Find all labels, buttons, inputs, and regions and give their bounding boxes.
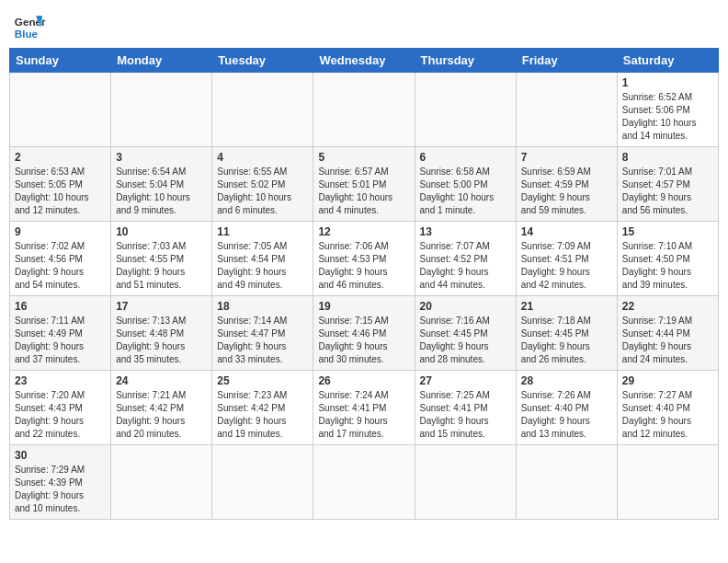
calendar-header-row: SundayMondayTuesdayWednesdayThursdayFrid… (10, 49, 719, 73)
calendar-cell: 9Sunrise: 7:02 AM Sunset: 4:56 PM Daylig… (10, 222, 111, 296)
calendar-cell: 11Sunrise: 7:05 AM Sunset: 4:54 PM Dayli… (212, 222, 313, 296)
calendar-cell (617, 445, 718, 520)
calendar-week-row: 1Sunrise: 6:52 AM Sunset: 5:06 PM Daylig… (10, 73, 719, 147)
day-number: 23 (15, 374, 106, 387)
day-number: 2 (15, 151, 106, 164)
calendar-cell: 26Sunrise: 7:24 AM Sunset: 4:41 PM Dayli… (313, 371, 415, 445)
day-info: Sunrise: 7:18 AM Sunset: 4:45 PM Dayligh… (521, 315, 612, 366)
day-number: 6 (420, 151, 511, 164)
day-info: Sunrise: 7:05 AM Sunset: 4:54 PM Dayligh… (217, 240, 308, 292)
day-info: Sunrise: 7:27 AM Sunset: 4:40 PM Dayligh… (622, 389, 713, 441)
calendar-cell: 18Sunrise: 7:14 AM Sunset: 4:47 PM Dayli… (212, 296, 313, 371)
day-number: 15 (622, 225, 713, 238)
day-number: 25 (217, 374, 308, 387)
day-number: 5 (318, 151, 409, 164)
day-info: Sunrise: 7:16 AM Sunset: 4:45 PM Dayligh… (420, 315, 511, 366)
calendar-cell: 2Sunrise: 6:53 AM Sunset: 5:05 PM Daylig… (10, 147, 111, 222)
day-info: Sunrise: 7:07 AM Sunset: 4:52 PM Dayligh… (420, 240, 511, 292)
calendar-cell: 1Sunrise: 6:52 AM Sunset: 5:06 PM Daylig… (617, 73, 718, 147)
calendar-cell: 12Sunrise: 7:06 AM Sunset: 4:53 PM Dayli… (313, 222, 415, 296)
calendar-cell: 24Sunrise: 7:21 AM Sunset: 4:42 PM Dayli… (111, 371, 212, 445)
calendar-cell (516, 73, 617, 147)
calendar-cell: 3Sunrise: 6:54 AM Sunset: 5:04 PM Daylig… (111, 147, 212, 222)
day-number: 24 (116, 374, 207, 387)
day-number: 10 (116, 225, 207, 238)
day-number: 8 (622, 151, 713, 164)
calendar-cell: 25Sunrise: 7:23 AM Sunset: 4:42 PM Dayli… (212, 371, 313, 445)
day-number: 1 (622, 76, 713, 89)
calendar-cell: 4Sunrise: 6:55 AM Sunset: 5:02 PM Daylig… (212, 147, 313, 222)
calendar-cell: 27Sunrise: 7:25 AM Sunset: 4:41 PM Dayli… (415, 371, 516, 445)
calendar-cell: 29Sunrise: 7:27 AM Sunset: 4:40 PM Dayli… (617, 371, 718, 445)
calendar-cell: 20Sunrise: 7:16 AM Sunset: 4:45 PM Dayli… (415, 296, 516, 371)
day-number: 14 (521, 225, 612, 238)
day-info: Sunrise: 7:21 AM Sunset: 4:42 PM Dayligh… (116, 389, 207, 441)
calendar-cell: 19Sunrise: 7:15 AM Sunset: 4:46 PM Dayli… (313, 296, 415, 371)
day-info: Sunrise: 7:14 AM Sunset: 4:47 PM Dayligh… (217, 315, 308, 366)
calendar-cell (111, 445, 212, 520)
day-number: 28 (521, 374, 612, 387)
day-info: Sunrise: 7:09 AM Sunset: 4:51 PM Dayligh… (521, 240, 612, 292)
day-info: Sunrise: 7:20 AM Sunset: 4:43 PM Dayligh… (15, 389, 106, 441)
day-number: 9 (15, 225, 106, 238)
calendar-cell (313, 445, 415, 520)
day-info: Sunrise: 6:55 AM Sunset: 5:02 PM Dayligh… (217, 166, 308, 217)
day-number: 12 (318, 225, 409, 238)
day-info: Sunrise: 6:57 AM Sunset: 5:01 PM Dayligh… (318, 166, 409, 217)
day-number: 29 (622, 374, 713, 387)
calendar-week-row: 16Sunrise: 7:11 AM Sunset: 4:49 PM Dayli… (10, 296, 719, 371)
day-number: 19 (318, 300, 409, 313)
day-info: Sunrise: 7:23 AM Sunset: 4:42 PM Dayligh… (217, 389, 308, 441)
day-info: Sunrise: 7:15 AM Sunset: 4:46 PM Dayligh… (318, 315, 409, 366)
calendar-cell: 16Sunrise: 7:11 AM Sunset: 4:49 PM Dayli… (10, 296, 111, 371)
calendar-table: SundayMondayTuesdayWednesdayThursdayFrid… (9, 48, 719, 520)
day-info: Sunrise: 6:58 AM Sunset: 5:00 PM Dayligh… (420, 166, 511, 217)
day-number: 21 (521, 300, 612, 313)
calendar-week-row: 30Sunrise: 7:29 AM Sunset: 4:39 PM Dayli… (10, 445, 719, 520)
day-header-friday: Friday (516, 49, 617, 73)
calendar-cell (415, 73, 516, 147)
day-number: 17 (116, 300, 207, 313)
calendar-cell: 28Sunrise: 7:26 AM Sunset: 4:40 PM Dayli… (516, 371, 617, 445)
day-info: Sunrise: 7:03 AM Sunset: 4:55 PM Dayligh… (116, 240, 207, 292)
day-info: Sunrise: 7:10 AM Sunset: 4:50 PM Dayligh… (622, 240, 713, 292)
day-number: 11 (217, 225, 308, 238)
day-info: Sunrise: 7:29 AM Sunset: 4:39 PM Dayligh… (15, 464, 106, 515)
calendar-cell: 17Sunrise: 7:13 AM Sunset: 4:48 PM Dayli… (111, 296, 212, 371)
day-header-saturday: Saturday (617, 49, 718, 73)
calendar-cell (415, 445, 516, 520)
calendar-cell: 21Sunrise: 7:18 AM Sunset: 4:45 PM Dayli… (516, 296, 617, 371)
day-number: 4 (217, 151, 308, 164)
day-info: Sunrise: 7:11 AM Sunset: 4:49 PM Dayligh… (15, 315, 106, 366)
day-info: Sunrise: 7:02 AM Sunset: 4:56 PM Dayligh… (15, 240, 106, 292)
calendar-cell (10, 73, 111, 147)
day-info: Sunrise: 7:25 AM Sunset: 4:41 PM Dayligh… (420, 389, 511, 441)
calendar-week-row: 9Sunrise: 7:02 AM Sunset: 4:56 PM Daylig… (10, 222, 719, 296)
calendar-cell: 22Sunrise: 7:19 AM Sunset: 4:44 PM Dayli… (617, 296, 718, 371)
day-number: 13 (420, 225, 511, 238)
day-info: Sunrise: 7:26 AM Sunset: 4:40 PM Dayligh… (521, 389, 612, 441)
calendar-cell: 8Sunrise: 7:01 AM Sunset: 4:57 PM Daylig… (617, 147, 718, 222)
day-number: 30 (15, 449, 106, 462)
day-header-tuesday: Tuesday (212, 49, 313, 73)
calendar-cell: 10Sunrise: 7:03 AM Sunset: 4:55 PM Dayli… (111, 222, 212, 296)
day-info: Sunrise: 6:53 AM Sunset: 5:05 PM Dayligh… (15, 166, 106, 217)
logo-icon: General Blue (13, 9, 46, 42)
day-info: Sunrise: 6:54 AM Sunset: 5:04 PM Dayligh… (116, 166, 207, 217)
calendar-cell: 14Sunrise: 7:09 AM Sunset: 4:51 PM Dayli… (516, 222, 617, 296)
calendar-cell (516, 445, 617, 520)
day-info: Sunrise: 6:52 AM Sunset: 5:06 PM Dayligh… (622, 91, 713, 143)
day-header-wednesday: Wednesday (313, 49, 415, 73)
day-header-sunday: Sunday (10, 49, 111, 73)
day-info: Sunrise: 7:19 AM Sunset: 4:44 PM Dayligh… (622, 315, 713, 366)
logo: General Blue (13, 9, 46, 42)
calendar-cell (212, 73, 313, 147)
day-number: 27 (420, 374, 511, 387)
day-info: Sunrise: 7:01 AM Sunset: 4:57 PM Dayligh… (622, 166, 713, 217)
page-header: General Blue (9, 9, 719, 42)
day-number: 18 (217, 300, 308, 313)
day-number: 7 (521, 151, 612, 164)
day-number: 20 (420, 300, 511, 313)
calendar-cell (212, 445, 313, 520)
day-number: 3 (116, 151, 207, 164)
